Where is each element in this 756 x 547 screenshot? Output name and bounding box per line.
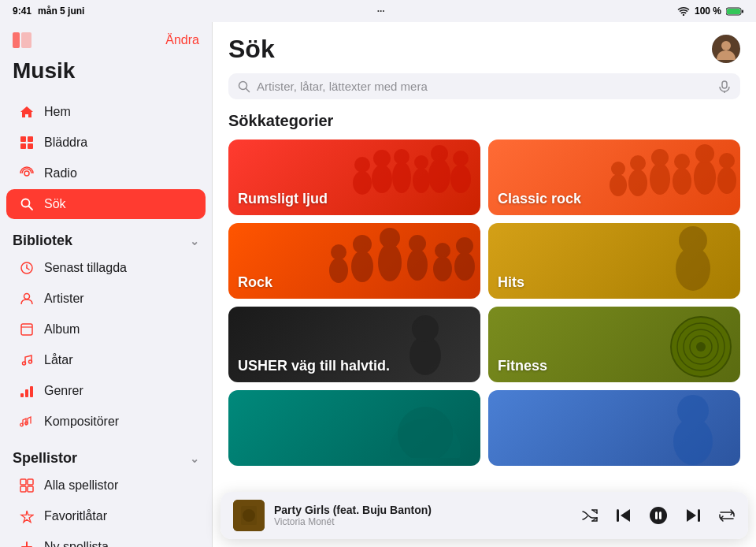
svg-rect-9 [28, 143, 33, 149]
sidebar-item-hem-label: Hem [44, 105, 71, 119]
previous-button[interactable] [614, 508, 633, 523]
category-blue[interactable] [488, 390, 740, 466]
category-fitness[interactable]: Fitness [488, 307, 740, 382]
status-bar: 9:41 mån 5 juni ··· 100 % [0, 0, 756, 22]
playlists-section-header: Spellistor ⌄ [0, 437, 212, 470]
shuffle-button[interactable] [581, 509, 598, 522]
sidebar-change-button[interactable]: Ändra [165, 33, 199, 47]
sidebar-item-radio-label: Radio [44, 166, 77, 180]
artist-icon [19, 291, 35, 307]
svg-point-58 [694, 160, 716, 195]
svg-rect-3 [742, 9, 743, 13]
next-button[interactable] [684, 508, 702, 523]
sidebar-item-songs[interactable]: Låtar [6, 345, 206, 375]
svg-rect-89 [241, 506, 257, 525]
svg-point-75 [679, 226, 707, 255]
svg-point-63 [331, 244, 346, 260]
sidebar-item-recently-added[interactable]: Senast tillagda [6, 253, 206, 283]
svg-point-65 [353, 235, 372, 254]
svg-point-61 [719, 153, 735, 169]
svg-rect-6 [20, 136, 26, 142]
sidebar-item-bladdra[interactable]: Bläddra [6, 128, 206, 158]
svg-rect-91 [617, 509, 619, 522]
svg-marker-95 [687, 509, 696, 522]
sidebar-item-albums[interactable]: Album [6, 314, 206, 344]
sidebar-item-genres[interactable]: Genrer [6, 376, 206, 406]
svg-point-19 [23, 362, 26, 365]
category-classic-rock[interactable]: Classic rock [488, 140, 740, 215]
category-teal[interactable] [228, 390, 480, 466]
category-rock[interactable]: Rock [228, 223, 480, 299]
content-header: Sök [228, 35, 740, 64]
category-classic-label: Classic rock [498, 191, 581, 207]
svg-point-72 [454, 252, 475, 281]
svg-point-44 [413, 168, 430, 193]
svg-point-52 [628, 169, 647, 196]
status-time: 9:41 [13, 6, 32, 17]
svg-point-53 [630, 155, 646, 171]
category-rumsligt-ljud[interactable]: Rumsligt ljud [228, 140, 480, 215]
svg-point-73 [456, 237, 473, 255]
svg-rect-36 [722, 81, 727, 88]
svg-point-50 [610, 174, 627, 196]
svg-point-62 [329, 258, 348, 283]
svg-point-67 [380, 228, 400, 248]
svg-point-20 [29, 360, 32, 363]
svg-rect-26 [20, 479, 26, 485]
microphone-icon[interactable] [718, 80, 731, 93]
sidebar: Ändra Musik Hem Bläddra [0, 22, 213, 547]
svg-line-35 [246, 88, 250, 91]
sidebar-item-hem[interactable]: Hem [6, 97, 206, 127]
categories-grid: Rumsligt ljud [228, 140, 740, 521]
svg-point-54 [650, 163, 670, 195]
svg-marker-90 [621, 509, 630, 522]
sidebar-item-artists[interactable]: Artister [6, 284, 206, 314]
sidebar-item-all-playlists[interactable]: Alla spellistor [6, 471, 206, 500]
svg-rect-93 [655, 512, 658, 519]
svg-point-38 [353, 171, 372, 195]
content-area: Sök Sökkategorier [213, 22, 756, 547]
note-icon [19, 352, 35, 368]
mini-player-artwork[interactable] [233, 500, 265, 531]
status-bar-right: 100 % [677, 6, 743, 17]
pause-button[interactable] [649, 506, 668, 525]
repeat-button[interactable] [718, 508, 736, 523]
svg-point-84 [398, 407, 453, 458]
main-container: Ändra Musik Hem Bläddra [0, 22, 756, 547]
people-figure-rumsligt [339, 140, 480, 215]
svg-point-45 [414, 155, 428, 169]
sidebar-item-new-playlist-label: Ny spellista [44, 540, 109, 547]
svg-line-15 [27, 268, 29, 270]
svg-point-82 [696, 342, 706, 352]
svg-point-48 [450, 165, 471, 193]
sidebar-item-new-playlist[interactable]: Ny spellista [6, 532, 206, 547]
svg-point-68 [407, 249, 428, 281]
sidebar-item-fav-songs[interactable]: Favoritlåtar [6, 501, 206, 531]
search-input[interactable] [257, 80, 712, 93]
category-usher[interactable]: USHER väg till halvtid. [228, 307, 480, 382]
svg-point-39 [354, 157, 370, 173]
mini-player-artist: Victoria Monét [274, 516, 572, 527]
mini-player-info: Party Girls (feat. Buju Banton) Victoria… [274, 504, 572, 527]
avatar[interactable] [712, 35, 740, 63]
search-bar[interactable] [228, 73, 740, 99]
sidebar-item-albums-label: Album [44, 322, 80, 337]
sidebar-item-genres-label: Genrer [44, 384, 83, 398]
svg-point-59 [695, 144, 714, 163]
sidebar-item-composers[interactable]: Kompositörer [6, 407, 206, 437]
sidebar-toggle-icon[interactable] [13, 32, 35, 49]
library-chevron-icon[interactable]: ⌄ [190, 235, 199, 247]
sidebar-item-radio[interactable]: Radio [6, 158, 206, 188]
svg-point-56 [673, 168, 691, 195]
svg-point-66 [378, 244, 402, 281]
svg-rect-21 [20, 393, 24, 397]
mini-player-title: Party Girls (feat. Buju Banton) [274, 504, 572, 516]
svg-point-33 [721, 41, 731, 50]
sidebar-item-recently-label: Senast tillagda [44, 261, 127, 275]
playlists-chevron-icon[interactable]: ⌄ [190, 452, 199, 465]
search-icon-nav [19, 196, 35, 212]
sidebar-item-sok[interactable]: Sök [6, 189, 206, 219]
category-hits[interactable]: Hits [488, 223, 740, 299]
svg-point-40 [372, 165, 392, 193]
svg-rect-94 [659, 512, 662, 519]
